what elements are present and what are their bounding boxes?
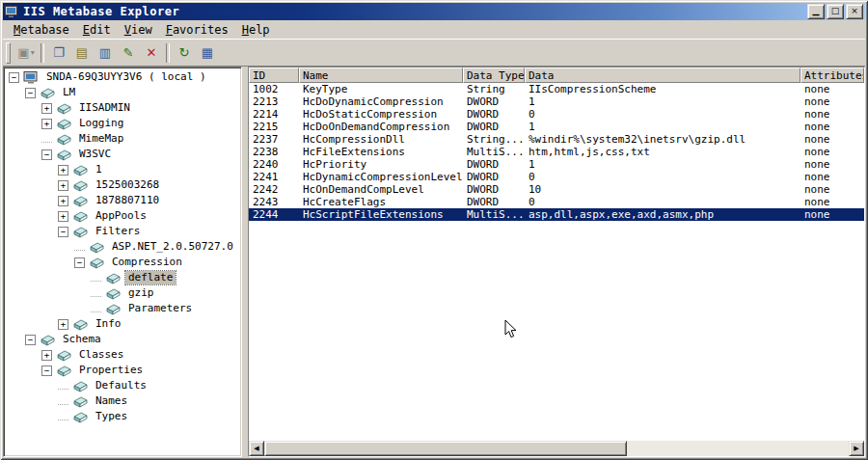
collapse-minus-icon[interactable]: − (9, 72, 19, 83)
expand-plus-icon[interactable]: + (58, 211, 68, 222)
book-icon (72, 195, 89, 207)
title-bar[interactable]: IIS Metabase Explorer ▁□× (3, 3, 865, 20)
tree-item-label: Info (93, 317, 124, 331)
menu-metabase[interactable]: Metabase (7, 22, 76, 39)
list-header: IDNameData TypeDataAttributes (249, 68, 864, 83)
column-header-data-type[interactable]: Data Type (463, 68, 525, 83)
tree-item-names[interactable]: Names (6, 393, 241, 409)
maximize-button[interactable]: □ (827, 4, 844, 19)
menu-view[interactable]: View (118, 22, 159, 39)
tree-item-mimemap[interactable]: MimeMap (6, 131, 241, 147)
cell-attributes: none (800, 95, 864, 108)
refresh-button[interactable]: ↻ (173, 42, 196, 64)
expand-plus-icon[interactable]: + (58, 196, 68, 206)
paste-button[interactable]: ▤ (70, 42, 94, 64)
tree-item-parameters[interactable]: Parameters (6, 301, 241, 316)
tree-item-lm[interactable]: −LM (6, 85, 241, 100)
tree-item-label: 1 (93, 163, 105, 176)
list-row-2240[interactable]: 2240HcPriorityDWORD1none (249, 158, 864, 171)
expand-plus-icon[interactable]: + (41, 350, 52, 361)
close-button[interactable]: × (846, 4, 863, 19)
tree-item-1[interactable]: +1 (6, 162, 241, 177)
tree-item-info[interactable]: +Info (6, 316, 241, 332)
scroll-right-button[interactable]: ▶ (849, 441, 864, 456)
delete-button[interactable]: ✕ (140, 42, 163, 64)
expand-plus-icon[interactable]: + (41, 103, 52, 114)
cell-data: 0 (525, 171, 800, 183)
network-button[interactable]: ▦ (196, 42, 219, 64)
scrollbar-track[interactable] (264, 441, 849, 456)
collapse-minus-icon[interactable]: − (58, 227, 68, 237)
copy-button[interactable]: ❐ (47, 42, 70, 64)
app-icon (5, 5, 20, 18)
column-header-attributes[interactable]: Attributes (800, 68, 864, 83)
list-row-2215[interactable]: 2215HcDoOnDemandCompressionDWORD1none (249, 121, 864, 133)
expand-plus-icon[interactable]: + (58, 319, 68, 330)
tree-item-iisadmin[interactable]: +IISADMIN (6, 100, 241, 116)
duplicate-button[interactable]: ▥ (94, 42, 117, 64)
horizontal-scrollbar[interactable]: ◀ ▶ (249, 441, 864, 456)
scrollbar-thumb[interactable] (264, 441, 627, 456)
list-row-2244[interactable]: 2244HcScriptFileExtensionsMultiS...asp,d… (249, 208, 864, 221)
list-row-2214[interactable]: 2214HcDoStaticCompressionDWORD0none (249, 108, 864, 121)
list-row-2238[interactable]: 2238HcFileExtensionsMultiS...htm,html,js… (249, 146, 864, 158)
toolbar-grip[interactable] (6, 42, 11, 64)
list-body: 1002KeyTypeStringIIsCompressionSchemenon… (249, 83, 864, 441)
collapse-minus-icon[interactable]: − (25, 88, 36, 98)
column-header-id[interactable]: ID (249, 68, 299, 83)
tree-item-filters[interactable]: −Filters (6, 224, 241, 239)
scroll-left-button[interactable]: ◀ (249, 441, 264, 456)
tree-item-defaults[interactable]: Defaults (6, 378, 241, 393)
expand-plus-icon[interactable]: + (41, 119, 52, 129)
tree-connector (58, 413, 68, 420)
list-row-1002[interactable]: 1002KeyTypeStringIIsCompressionSchemenon… (249, 83, 864, 95)
tree-item-1525003268[interactable]: +1525003268 (6, 177, 241, 193)
tree-item-apppools[interactable]: +AppPools (6, 208, 241, 224)
cell-name: HcPriority (299, 158, 463, 171)
tree-item-deflate[interactable]: deflate (6, 270, 241, 285)
tree-item-types[interactable]: Types (6, 409, 241, 424)
tree-item-compression[interactable]: −Compression (6, 255, 241, 270)
book-icon (56, 349, 72, 362)
list-row-2241[interactable]: 2241HcDynamicCompressionLevelDWORD0none (249, 171, 864, 183)
cell-id: 2238 (249, 146, 299, 158)
tree-item-1878807110[interactable]: +1878807110 (6, 193, 241, 208)
column-header-data[interactable]: Data (525, 68, 800, 83)
list-row-2213[interactable]: 2213HcDoDynamicCompressionDWORD1none (249, 95, 864, 108)
list-row-2242[interactable]: 2242HcOnDemandCompLevelDWORD10none (249, 183, 864, 196)
book-icon (72, 380, 89, 392)
list-row-2237[interactable]: 2237HcCompressionDllString...%windir%\sy… (249, 133, 864, 146)
tree-item-label: Parameters (125, 302, 195, 315)
tree-item-schema[interactable]: −Schema (6, 332, 241, 347)
tree-item-asp-net-2-0-50727-0[interactable]: ASP.NET_2.0.50727.0 (6, 239, 241, 255)
cell-name: HcDynamicCompressionLevel (299, 171, 463, 183)
menu-help[interactable]: Help (235, 22, 277, 39)
collapse-minus-icon[interactable]: − (41, 149, 52, 160)
collapse-minus-icon[interactable]: − (74, 257, 85, 268)
cell-id: 1002 (249, 83, 299, 95)
expand-plus-icon[interactable]: + (58, 165, 68, 176)
list-row-2243[interactable]: 2243HcCreateFlagsDWORD0none (249, 196, 864, 208)
column-header-name[interactable]: Name (299, 68, 463, 83)
book-icon (105, 287, 122, 300)
tree-item-label: Schema (60, 333, 104, 346)
edit-button[interactable]: ✎ (117, 42, 140, 64)
tree-item-logging[interactable]: +Logging (6, 116, 241, 131)
cell-name: HcCompressionDll (299, 133, 463, 146)
tree-item-classes[interactable]: +Classes (6, 347, 241, 363)
collapse-minus-icon[interactable]: − (25, 335, 36, 345)
tree-item-label: LM (60, 86, 78, 99)
connect-button[interactable]: ▣▾ (14, 42, 38, 64)
menu-favorites[interactable]: Favorites (159, 22, 235, 39)
book-icon (56, 365, 72, 377)
expand-plus-icon[interactable]: + (58, 180, 68, 191)
tree-item-snda-69q3uyy3v6-local[interactable]: −SNDA-69Q3UYY3V6 ( local ) (6, 69, 241, 85)
minimize-button[interactable]: ▁ (807, 4, 825, 19)
tree-item-w3svc[interactable]: −W3SVC (6, 147, 241, 162)
collapse-minus-icon[interactable]: − (41, 365, 52, 376)
tree-item-gzip[interactable]: gzip (6, 285, 241, 301)
tree-connector (41, 135, 52, 143)
menu-edit[interactable]: Edit (76, 22, 118, 39)
cell-attributes: none (800, 133, 864, 146)
tree-item-properties[interactable]: −Properties (6, 363, 241, 378)
